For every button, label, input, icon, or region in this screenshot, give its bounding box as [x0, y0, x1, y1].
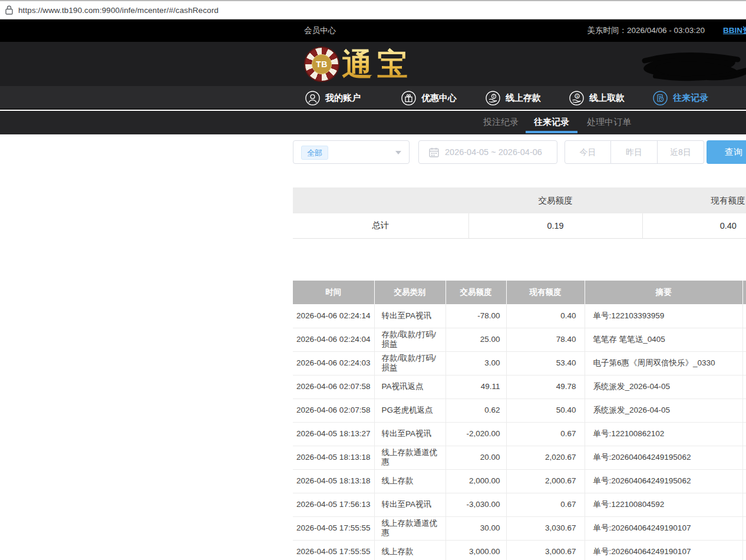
us-eastern-time: 美东时间：2026/04/06 - 03:03:20	[587, 19, 705, 42]
nav-label: 优惠中心	[421, 93, 457, 104]
url-text[interactable]: https://www.tb190.com:9900/infe/mcenter/…	[18, 6, 219, 15]
last-8-days-button[interactable]: 近8日	[658, 140, 704, 164]
cell-summary: 单号:202604064249190107	[585, 540, 742, 560]
browser-url-bar[interactable]: https://www.tb190.com:9900/infe/mcenter/…	[0, 0, 746, 19]
cell-type: 线上存款	[374, 469, 445, 493]
member-center-label[interactable]: 会员中心	[304, 19, 336, 42]
subnav-label: 往来记录	[534, 117, 569, 127]
cell-extra	[742, 328, 746, 351]
today-button[interactable]: 今日	[565, 140, 611, 164]
redaction-scribble	[638, 49, 746, 85]
table-row: 2026-04-06 02:07:58 PG老虎机返点 0.62 50.40 系…	[293, 398, 746, 422]
nav-transaction-records[interactable]: 往来记录	[653, 86, 708, 110]
subnav-transaction-records[interactable]: 往来记录	[526, 111, 577, 134]
cell-balance: 0.40	[506, 304, 585, 328]
nav-label: 往来记录	[673, 93, 708, 104]
nav-my-account[interactable]: 我的账户	[305, 86, 361, 110]
cell-extra	[742, 516, 746, 540]
search-button[interactable]: 查询	[707, 140, 746, 164]
brand-chip-logo[interactable]: TB	[304, 47, 339, 82]
cell-summary: 单号:122100862102	[585, 422, 742, 446]
cell-amount: -78.00	[445, 304, 506, 328]
category-select[interactable]: 全部	[293, 140, 410, 164]
summary-total-amount: 0.19	[468, 213, 642, 238]
transactions-body: 2026-04-06 02:24:14 转出至PA视讯 -78.00 0.40 …	[293, 304, 746, 560]
col-header-type: 交易类别	[374, 281, 445, 304]
summary-total-balance: 0.40	[642, 213, 746, 238]
cell-summary: 单号:202604064249195062	[585, 446, 742, 469]
cell-summary: 单号:122100804592	[585, 493, 742, 516]
summary-header-empty	[293, 187, 468, 213]
record-icon	[653, 91, 668, 106]
cell-summary: 单号:202604064249190107	[585, 516, 742, 540]
cell-type: 转出至PA视讯	[374, 493, 445, 516]
cell-amount: 0.62	[445, 398, 506, 422]
date-range-input[interactable]: 2026-04-05 ~ 2026-04-06	[418, 140, 557, 164]
user-icon	[305, 91, 320, 106]
cell-time: 2026-04-05 18:13:18	[293, 469, 374, 493]
cell-summary: 系统派发_2026-04-05	[585, 398, 742, 422]
summary-header-balance: 现有额度	[642, 187, 746, 213]
table-row: 2026-04-06 02:24:04 存款/取款/打码/损益 25.00 78…	[293, 328, 746, 351]
cell-type: 线上存款	[374, 540, 445, 560]
logo-band: TB 通宝	[0, 42, 746, 86]
table-row: 2026-04-06 02:24:14 转出至PA视讯 -78.00 0.40 …	[293, 304, 746, 328]
cell-summary: 单号:122103393959	[585, 304, 742, 328]
yesterday-button[interactable]: 昨日	[611, 140, 658, 164]
col-header-extra	[742, 281, 746, 304]
transactions-table: 时间 交易类别 交易额度 现有额度 摘要 2026-04-06 02:24:14…	[293, 281, 746, 560]
nav-label: 线上存款	[506, 93, 541, 104]
cell-type: 转出至PA视讯	[374, 422, 445, 446]
date-range-value: 2026-04-05 ~ 2026-04-06	[445, 147, 542, 157]
cell-amount: -2,020.00	[445, 422, 506, 446]
table-row: 2026-04-06 02:24:03 存款/取款/打码/损益 3.00 53.…	[293, 351, 746, 375]
table-row: 2026-04-06 02:07:58 PA视讯返点 49.11 49.78 系…	[293, 375, 746, 398]
nav-promo-center[interactable]: 优惠中心	[401, 86, 457, 110]
cell-extra	[742, 375, 746, 398]
withdraw-icon: $	[569, 91, 584, 106]
cell-type: 存款/取款/打码/损益	[374, 351, 445, 375]
main-nav: 我的账户 优惠中心 线上存款 $ 线上取款 往来记录	[0, 86, 746, 110]
subnav-betting-records[interactable]: 投注纪录	[475, 111, 527, 134]
cell-balance: 49.78	[506, 375, 585, 398]
category-selected-tag[interactable]: 全部	[301, 146, 328, 160]
cell-summary: 系统派发_2026-04-05	[585, 375, 742, 398]
cell-balance: 53.40	[506, 351, 585, 375]
cell-extra	[742, 398, 746, 422]
table-row: 2026-04-05 17:55:55 线上存款通道优惠 30.00 3,030…	[293, 516, 746, 540]
cell-amount: 20.00	[445, 446, 506, 469]
col-header-summary: 摘要	[585, 281, 742, 304]
brand-name[interactable]: 通宝	[342, 44, 412, 85]
cell-amount: 2,000.00	[445, 469, 506, 493]
cell-type: PA视讯返点	[374, 375, 445, 398]
cell-time: 2026-04-06 02:24:04	[293, 328, 374, 351]
cell-extra	[742, 493, 746, 516]
cell-type: 转出至PA视讯	[374, 304, 445, 328]
bbin-link[interactable]: BBIN资	[723, 19, 746, 42]
col-header-amount: 交易额度	[445, 281, 506, 304]
cell-type: 线上存款通道优惠	[374, 446, 445, 469]
table-row: 2026-04-05 18:13:18 线上存款通道优惠 20.00 2,020…	[293, 446, 746, 469]
nav-online-withdraw[interactable]: $ 线上取款	[569, 86, 625, 110]
cell-balance: 2,020.67	[506, 446, 585, 469]
cell-extra	[742, 422, 746, 446]
nav-online-deposit[interactable]: 线上存款	[486, 86, 541, 110]
screen: https://www.tb190.com:9900/infe/mcenter/…	[0, 0, 746, 560]
cell-time: 2026-04-05 17:55:55	[293, 516, 374, 540]
cell-time: 2026-04-06 02:07:58	[293, 398, 374, 422]
table-row: 2026-04-05 18:13:27 转出至PA视讯 -2,020.00 0.…	[293, 422, 746, 446]
cell-extra	[742, 469, 746, 493]
cell-balance: 78.40	[506, 328, 585, 351]
cell-amount: 3,000.00	[445, 540, 506, 560]
cell-amount: -3,030.00	[445, 493, 506, 516]
quick-date-buttons: 今日 昨日 近8日	[565, 140, 704, 164]
deposit-icon	[486, 91, 500, 106]
cell-time: 2026-04-05 18:13:27	[293, 422, 374, 446]
svg-text:$: $	[576, 94, 579, 98]
cell-extra	[742, 351, 746, 375]
cell-balance: 50.40	[506, 398, 585, 422]
subnav-processing-orders[interactable]: 处理中订单	[579, 111, 639, 134]
table-row: 2026-04-05 17:55:55 线上存款 3,000.00 3,000.…	[293, 540, 746, 560]
summary-total-label: 总计	[293, 213, 468, 238]
subnav-label: 处理中订单	[587, 117, 631, 127]
